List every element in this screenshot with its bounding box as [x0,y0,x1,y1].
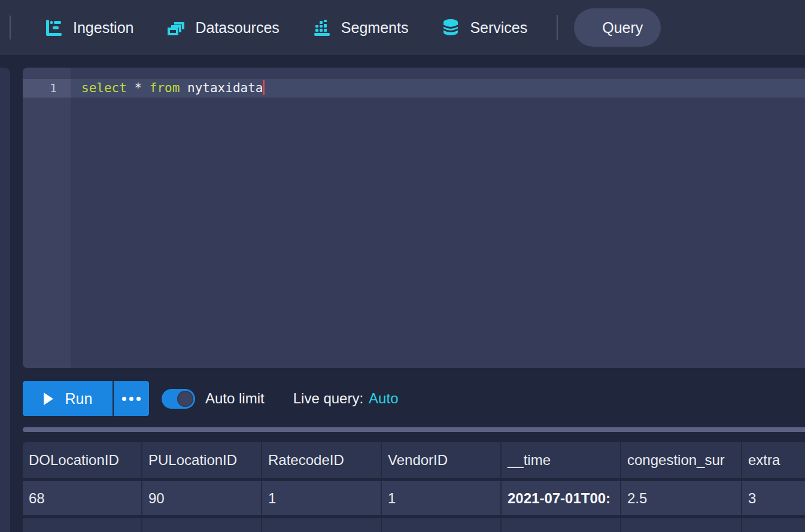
column-header[interactable]: extra [742,442,805,478]
stacked-windows-icon [167,19,185,37]
table-cell[interactable]: 90 [142,481,262,515]
nav-item-segments[interactable]: Segments [313,19,409,37]
table-cell[interactable]: 68 [23,481,142,515]
live-query-control: Live query: Auto [293,390,399,407]
column-header[interactable]: __time [502,442,621,478]
table-cell[interactable]: 2.5 [621,481,742,515]
play-icon [43,393,53,405]
column-header[interactable]: RatecodeID [262,442,382,478]
table-cell[interactable]: 1 [382,481,502,515]
table-row: 68 90 1 1 2021-07-01T00: 2.5 3 [23,481,805,515]
collapsed-side-panel-edge[interactable] [0,68,10,532]
live-query-label: Live query: [293,390,363,407]
nav-item-label: Services [470,19,527,37]
gantt-chart-icon [45,19,63,37]
nav-item-ingestion[interactable]: Ingestion [45,19,133,37]
table-cell-time[interactable]: 2021-07-01T00: [502,481,621,515]
table-cell[interactable] [262,518,382,532]
nav-item-datasources[interactable]: Datasources [167,19,279,37]
column-header[interactable]: VendorID [382,442,502,478]
table-cell[interactable] [621,518,742,532]
database-icon [442,19,460,37]
editor-gutter [23,68,71,368]
nav-item-query[interactable]: Query [574,8,661,47]
nav-item-label: Datasources [195,19,279,37]
table-header-row: DOLocationID PULocationID RatecodeID Ven… [23,442,805,478]
table-cell[interactable] [23,518,142,532]
sql-identifier: nytaxidata [180,81,263,95]
nav-query-divider [557,15,558,40]
sql-keyword: from [150,81,180,95]
run-more-options-button[interactable] [114,381,149,416]
nav-left-divider [10,16,11,39]
text-cursor [263,80,265,95]
more-options-icon [122,397,126,401]
sql-keyword: select [81,81,127,95]
top-nav: Ingestion Datasources [0,0,805,55]
table-cell[interactable]: 1 [262,481,382,515]
nav-item-label: Query [602,19,643,37]
run-button[interactable]: Run [23,381,113,416]
table-cell[interactable] [142,518,262,532]
sql-code-line[interactable]: select * from nytaxidata [81,79,265,98]
results-table: DOLocationID PULocationID RatecodeID Ven… [23,442,805,532]
nav-items: Ingestion Datasources [45,19,527,37]
run-button-label: Run [65,390,93,408]
nav-item-label: Segments [341,19,409,37]
nav-item-label: Ingestion [73,19,133,37]
line-number: 1 [23,79,71,98]
table-cell[interactable] [382,518,502,532]
sql-star: * [127,81,150,95]
sql-editor[interactable]: 1 select * from nytaxidata [23,68,805,368]
bar-chart-dots-icon [313,19,331,37]
table-cell[interactable] [742,518,805,532]
table-cell[interactable]: 3 [742,481,805,515]
horizontal-scrollbar[interactable] [23,427,805,432]
auto-limit-toggle[interactable] [162,389,195,409]
query-toolbar: Run Auto limit Live query: Auto [23,381,398,416]
toggle-knob [177,391,193,407]
auto-limit-label: Auto limit [205,390,265,407]
column-header[interactable]: PULocationID [142,442,262,478]
table-cell[interactable] [502,518,621,532]
table-row [23,518,805,532]
column-header[interactable]: congestion_sur [621,442,742,478]
nav-item-services[interactable]: Services [442,19,527,37]
column-header[interactable]: DOLocationID [23,442,142,478]
live-query-value[interactable]: Auto [369,390,398,407]
